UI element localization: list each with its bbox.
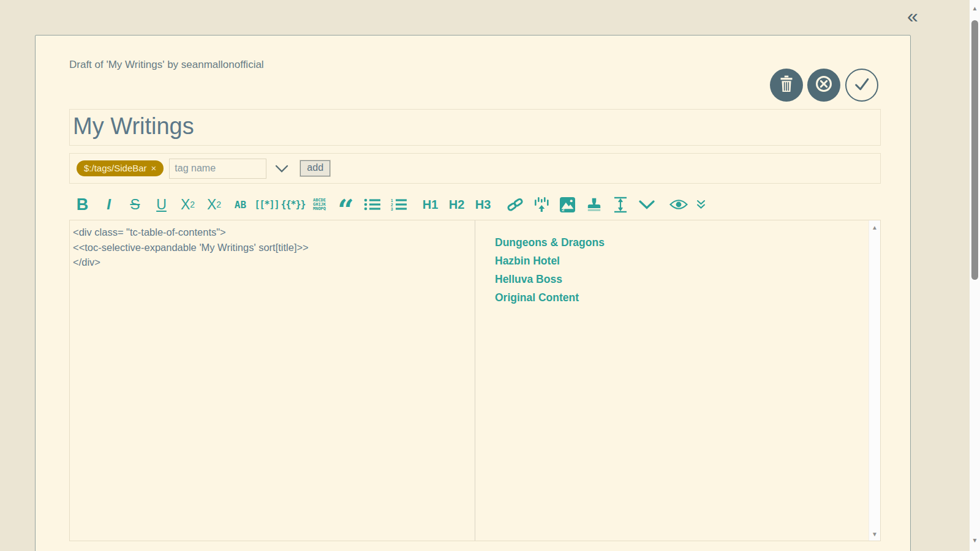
cancel-circle-x-icon bbox=[815, 75, 833, 96]
svg-text:2: 2 bbox=[391, 203, 393, 207]
tag-name-input[interactable] bbox=[169, 159, 266, 179]
heading-3-button[interactable]: H3 bbox=[470, 192, 496, 217]
preview-scrollbar[interactable]: ▲ ▼ bbox=[869, 220, 880, 541]
delete-button[interactable] bbox=[770, 69, 803, 102]
numbered-list-button[interactable]: 1 2 3 bbox=[385, 192, 412, 217]
stamp-button[interactable] bbox=[581, 192, 607, 217]
transclusion-button[interactable]: {{*}} bbox=[280, 192, 306, 217]
scroll-down-arrow-icon[interactable]: ▼ bbox=[869, 531, 880, 538]
chevron-down-icon bbox=[639, 200, 655, 209]
underline-button[interactable]: U bbox=[148, 192, 175, 217]
subscript-button[interactable]: X2 bbox=[201, 192, 227, 217]
mono-button[interactable]: AB bbox=[227, 192, 254, 217]
font-face-button[interactable]: ABCDE GHIJK MNOPQ bbox=[306, 192, 333, 217]
preview-link[interactable]: Helluva Boss bbox=[495, 273, 562, 286]
wikilink-button[interactable]: [[*]] bbox=[254, 192, 280, 217]
svg-text:2: 2 bbox=[562, 206, 565, 212]
link-button[interactable] bbox=[502, 192, 528, 217]
editor-area: <div class= "tc-table-of-contents"> <<to… bbox=[69, 220, 881, 541]
editor-toolbar: B I S U X2 X2 AB [[*]] {{*}} ABCDE GHIJK… bbox=[69, 192, 710, 217]
preview-link[interactable]: Hazbin Hotel bbox=[495, 255, 560, 268]
preview-link[interactable]: Dungeons & Dragons bbox=[495, 236, 605, 249]
superscript-button[interactable]: X2 bbox=[175, 192, 201, 217]
scroll-up-arrow-icon[interactable]: ▲ bbox=[970, 6, 980, 12]
cancel-button[interactable] bbox=[807, 69, 840, 102]
trash-icon bbox=[778, 75, 794, 95]
italic-button[interactable]: I bbox=[96, 192, 122, 217]
save-button[interactable] bbox=[845, 69, 878, 102]
preview-button[interactable] bbox=[665, 192, 692, 217]
bullet-list-icon bbox=[364, 198, 380, 211]
double-chevron-down-icon bbox=[696, 200, 706, 209]
window-scrollbar[interactable]: ▲ ▼ bbox=[970, 0, 980, 551]
wikitext-editor[interactable]: <div class= "tc-table-of-contents"> <<to… bbox=[70, 220, 475, 541]
excise-icon bbox=[534, 197, 549, 212]
chevron-down-icon bbox=[275, 165, 288, 173]
link-icon bbox=[507, 197, 523, 212]
preview-pane: Dungeons & Dragons Hazbin Hotel Helluva … bbox=[475, 220, 869, 541]
title-field-wrapper bbox=[69, 109, 881, 146]
tag-dropdown-button[interactable] bbox=[275, 165, 288, 173]
strikethrough-button[interactable]: S bbox=[122, 192, 148, 217]
line-height-button[interactable] bbox=[607, 192, 633, 217]
scroll-up-arrow-icon[interactable]: ▲ bbox=[869, 225, 880, 231]
tags-editor: $:/tags/SideBar × add bbox=[69, 153, 881, 184]
eye-icon bbox=[669, 199, 688, 210]
scroll-down-arrow-icon[interactable]: ▼ bbox=[970, 538, 980, 544]
tag-pill-label: $:/tags/SideBar bbox=[84, 163, 147, 173]
picture-icon: 2 bbox=[560, 197, 575, 212]
svg-text:3: 3 bbox=[391, 207, 393, 211]
tag-pill-sidebar[interactable]: $:/tags/SideBar × bbox=[77, 160, 164, 176]
bold-button[interactable]: B bbox=[69, 192, 96, 217]
remove-tag-icon[interactable]: × bbox=[151, 163, 157, 173]
preview-type-button[interactable] bbox=[692, 192, 710, 217]
numbered-list-icon: 1 2 3 bbox=[390, 198, 407, 211]
tiddlywiki-app: « ▲ ▼ Draft of 'My Writings' by seanmall… bbox=[0, 0, 980, 551]
checkmark-icon bbox=[853, 75, 870, 95]
hide-sidebar-button[interactable]: « bbox=[899, 2, 926, 29]
double-chevron-left-icon: « bbox=[907, 5, 918, 27]
draft-subtitle: Draft of 'My Writings' by seanmallonoffi… bbox=[69, 59, 264, 71]
window-scrollbar-thumb[interactable] bbox=[971, 20, 978, 280]
picture-button[interactable]: 2 bbox=[554, 192, 581, 217]
bullet-list-button[interactable] bbox=[359, 192, 385, 217]
line-height-icon bbox=[613, 197, 628, 213]
heading-2-button[interactable]: H2 bbox=[443, 192, 470, 217]
heading-1-button[interactable]: H1 bbox=[417, 192, 443, 217]
preview-link[interactable]: Original Content bbox=[495, 291, 579, 304]
title-input[interactable] bbox=[70, 110, 880, 145]
excise-button[interactable] bbox=[528, 192, 554, 217]
draft-tiddler-card: Draft of 'My Writings' by seanmallonoffi… bbox=[35, 35, 911, 551]
stamp-icon bbox=[586, 197, 602, 212]
blockquote-button[interactable]: “ bbox=[333, 192, 359, 217]
more-button[interactable] bbox=[633, 192, 660, 217]
add-tag-button[interactable]: add bbox=[300, 160, 330, 176]
